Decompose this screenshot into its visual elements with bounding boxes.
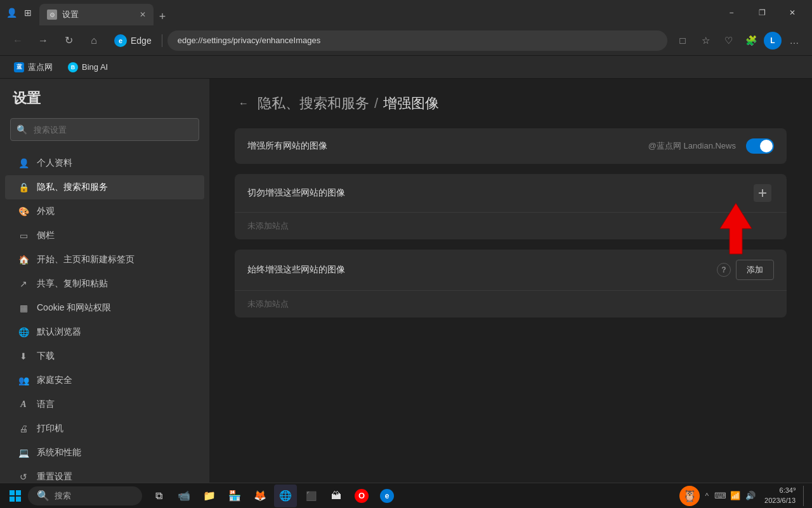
tab-strip-icon[interactable]: ⊞ (22, 6, 34, 19)
sidebar-item-default-browser[interactable]: 🌐 默认浏览器 (5, 320, 204, 344)
sidebar-item-cookies[interactable]: ▦ Cookie 和网站权限 (5, 296, 204, 320)
close-tab-icon[interactable]: ✕ (140, 10, 146, 19)
reader-view-icon[interactable]: □ (672, 30, 693, 51)
enhance-all-label: 增强所有网站的图像 (247, 140, 648, 152)
download-icon: ⬇ (18, 351, 29, 362)
system-icon: 💻 (18, 447, 29, 458)
sidebar-item-label: 隐私、搜索和服务 (37, 182, 108, 193)
keyboard-icon[interactable]: ⌨ (714, 490, 726, 502)
edge-logo[interactable]: e Edge (109, 32, 157, 50)
tab-bar: ⚙ 设置 ✕ + (39, 0, 712, 25)
taskbar-store[interactable]: 🏪 (223, 485, 246, 507)
back-arrow-icon: ← (239, 98, 249, 109)
taskbar-browser2[interactable]: 🌐 (274, 485, 297, 507)
sidebar-item-reset[interactable]: ↺ 重置设置 (5, 465, 204, 483)
sidebar-item-label: 默认浏览器 (37, 326, 81, 338)
sidebar-item-share[interactable]: ↗ 共享、复制和粘贴 (5, 272, 204, 296)
system-tray-expand[interactable]: ^ (702, 489, 711, 503)
restore-button[interactable]: ❐ (747, 0, 776, 25)
collections-icon[interactable]: ♡ (718, 30, 738, 51)
svg-rect-3 (10, 490, 15, 495)
svg-rect-6 (16, 497, 21, 502)
sidebar-item-downloads[interactable]: ⬇ 下载 (5, 344, 204, 368)
sidebar-item-system[interactable]: 💻 系统和性能 (5, 441, 204, 465)
search-input[interactable] (10, 118, 199, 141)
breadcrumb-separator: / (374, 95, 378, 112)
back-button[interactable]: ← (8, 30, 28, 51)
sidebar-item-label: 语言 (37, 399, 55, 410)
taskbar-teams[interactable]: 📹 (173, 485, 195, 507)
always-enhance-empty-text: 未添加站点 (247, 299, 289, 309)
edge-app-icon: e (380, 489, 394, 503)
more-menu-icon[interactable]: … (784, 30, 804, 51)
taskbar-photos[interactable]: 🏔 (325, 485, 348, 507)
taskbar-files[interactable]: 📁 (198, 485, 221, 507)
bing-label: Bing AI (82, 62, 108, 72)
firefox-icon: 🦊 (254, 490, 266, 502)
volume-icon[interactable]: 🔊 (744, 490, 757, 502)
add-arrow-indicator[interactable] (754, 184, 771, 202)
taskbar-firefox[interactable]: 🦊 (249, 485, 272, 507)
favorite-icon[interactable]: ☆ (695, 30, 716, 51)
refresh-button[interactable]: ↻ (58, 30, 79, 51)
sidebar-item-family[interactable]: 👥 家庭安全 (5, 368, 204, 392)
sidebar-item-label: Cookie 和网站权限 (37, 302, 111, 314)
browser-icon: 🌐 (18, 326, 29, 338)
never-enhance-row: 切勿增强这些网站的图像 (235, 174, 787, 213)
profile-icon[interactable]: 👤 (5, 6, 18, 19)
sidebar-item-profile[interactable]: 👤 个人资料 (5, 151, 204, 175)
sidebar-item-label: 个人资料 (37, 157, 72, 169)
terminal-icon: ⬛ (306, 491, 317, 501)
startup-icon: 🏠 (18, 254, 29, 265)
taskbar-task-view[interactable]: ⧉ (147, 485, 170, 507)
forward-icon: → (38, 35, 48, 46)
search-icon: 🔍 (16, 124, 27, 135)
forward-button[interactable]: → (33, 30, 53, 51)
taskbar-search[interactable]: 🔍 搜索 (28, 486, 142, 505)
sidebar-item-label: 外观 (37, 206, 55, 217)
bookmark-landian[interactable]: 蓝 蓝点网 (8, 59, 59, 76)
task-view-icon: ⧉ (155, 490, 162, 502)
home-button[interactable]: ⌂ (84, 30, 104, 51)
sidebar-item-privacy[interactable]: 🔒 隐私、搜索和服务 (5, 175, 204, 199)
refresh-icon: ↻ (65, 34, 73, 46)
sidebar-item-startup[interactable]: 🏠 开始、主页和新建标签页 (5, 248, 204, 272)
svg-rect-5 (10, 497, 15, 502)
start-button[interactable] (5, 486, 25, 506)
bookmarks-bar: 蓝 蓝点网 B Bing AI (0, 56, 812, 79)
show-desktop-button[interactable] (803, 486, 807, 506)
owl-icon[interactable]: 🦉 (679, 486, 700, 506)
sidebar-item-sidebar[interactable]: ▭ 侧栏 (5, 224, 204, 248)
extensions-icon[interactable]: 🧩 (741, 30, 761, 51)
always-enhance-help-icon[interactable]: ? (717, 263, 731, 277)
breadcrumb-back-button[interactable]: ← (235, 95, 252, 112)
enhance-all-toggle[interactable] (746, 138, 774, 154)
sidebar-item-printer[interactable]: 🖨 打印机 (5, 417, 204, 441)
sidebar-item-appearance[interactable]: 🎨 外观 (5, 199, 204, 224)
bing-icon: B (68, 62, 78, 72)
minimize-button[interactable]: − (717, 0, 746, 25)
taskbar-opera[interactable]: O (350, 485, 373, 507)
always-enhance-label: 始终增强这些网站的图像 (247, 264, 717, 276)
taskbar-right: 🦉 ^ ⌨ 📶 🔊 6:34⁹ 2023/6/13 (679, 486, 807, 506)
sidebar-item-label: 系统和性能 (37, 447, 81, 458)
sidebar-item-label: 下载 (37, 351, 55, 362)
close-button[interactable]: ✕ (778, 0, 807, 25)
breadcrumb: ← 隐私、搜索和服务 / 增强图像 (235, 94, 787, 113)
bookmark-bing-ai[interactable]: B Bing AI (62, 60, 114, 75)
taskbar-terminal[interactable]: ⬛ (299, 485, 322, 507)
address-bar: ← → ↻ ⌂ e Edge □ ☆ ♡ 🧩 L … (0, 25, 812, 56)
new-tab-button[interactable]: + (154, 8, 171, 25)
always-enhance-add-button[interactable]: 添加 (736, 260, 774, 280)
settings-tab[interactable]: ⚙ 设置 ✕ (39, 4, 154, 25)
taskbar-edge[interactable]: e (376, 485, 398, 507)
sidebar-item-language[interactable]: A 语言 (5, 392, 204, 417)
sidebar-title: 设置 (0, 89, 209, 118)
cookies-icon: ▦ (18, 302, 29, 314)
profile-button[interactable]: L (764, 32, 782, 50)
sidebar: 设置 🔍 👤 个人资料 🔒 隐私、搜索和服务 🎨 外观 ▭ 侧栏 🏠 开始、主页… (0, 79, 209, 483)
network-icon[interactable]: 📶 (729, 490, 742, 502)
address-input[interactable] (167, 30, 667, 51)
enhance-all-row: 增强所有网站的图像 @蓝点网 Landian.News (235, 128, 787, 164)
taskbar-clock[interactable]: 6:34⁹ 2023/6/13 (759, 486, 801, 505)
